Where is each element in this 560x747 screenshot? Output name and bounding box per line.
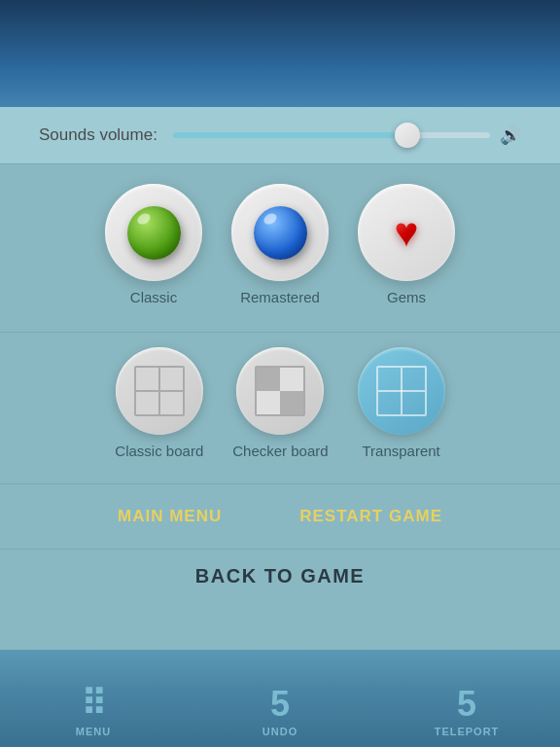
undo-count: 5 (270, 687, 290, 722)
ball-label-classic: Classic (130, 289, 177, 305)
board-label-checker: Checker board (232, 443, 328, 459)
checker-cell-3 (257, 391, 280, 414)
checker-cell-1 (257, 368, 280, 391)
ball-option-classic[interactable]: Classic (105, 184, 202, 305)
slider-container: 🔊 (173, 124, 521, 146)
green-ball (127, 206, 181, 260)
nav-label-undo: UNDO (262, 726, 298, 737)
main-menu-button[interactable]: MAIN MENU (108, 502, 231, 531)
heart-icon: ♥ (395, 209, 419, 256)
nav-label-teleport: TELEPORT (435, 726, 500, 737)
board-label-classic: Classic board (115, 443, 203, 459)
checker-cell-4 (280, 391, 303, 414)
ball-option-gems[interactable]: ♥ Gems (358, 184, 455, 305)
board-options-row: Classic board Checker board Trans (19, 347, 541, 459)
nav-item-undo[interactable]: 5 UNDO (241, 687, 319, 737)
settings-panel: Sounds volume: 🔊 Classic Remastered (0, 107, 560, 650)
red-gem: ♥ (382, 208, 431, 257)
volume-slider-track[interactable] (173, 132, 490, 138)
board-option-transparent[interactable]: Transparent (358, 347, 445, 459)
ball-style-section: Classic Remastered ♥ Gems (0, 164, 560, 333)
nav-label-menu: MENU (76, 726, 111, 737)
board-style-section: Classic board Checker board Trans (0, 333, 560, 484)
back-section: BACK TO GAME (0, 550, 560, 603)
volume-label: Sounds volume: (39, 125, 158, 145)
classic-board-icon (134, 366, 185, 416)
ball-circle-classic (105, 184, 202, 281)
transparent-board-icon (376, 366, 427, 416)
volume-slider-thumb[interactable] (395, 123, 420, 148)
ball-option-remastered[interactable]: Remastered (231, 184, 329, 305)
board-label-transparent: Transparent (362, 443, 439, 459)
board-option-classic[interactable]: Classic board (115, 347, 203, 459)
teleport-count: 5 (457, 687, 476, 722)
speaker-icon: 🔊 (500, 124, 521, 146)
board-circle-classic (116, 347, 203, 435)
volume-section: Sounds volume: 🔊 (0, 107, 560, 164)
nav-item-teleport[interactable]: 5 TELEPORT (428, 687, 506, 737)
ball-circle-gems: ♥ (358, 184, 455, 281)
main-buttons-section: MAIN MENU RESTART GAME (0, 484, 560, 550)
checker-board-icon (255, 366, 305, 416)
ball-circle-remastered (231, 184, 329, 281)
back-to-game-button[interactable]: BACK TO GAME (195, 565, 365, 587)
ball-label-gems: Gems (387, 289, 426, 305)
checker-cell-2 (280, 368, 303, 391)
board-circle-transparent (358, 347, 445, 435)
board-option-checker[interactable]: Checker board (232, 347, 328, 459)
top-background (0, 0, 560, 117)
menu-icon-dots: ⠿ (81, 687, 106, 722)
ball-label-remastered: Remastered (240, 289, 320, 305)
ball-options-row: Classic Remastered ♥ Gems (19, 184, 541, 305)
restart-game-button[interactable]: RESTART GAME (290, 502, 452, 531)
nav-item-menu[interactable]: ⠿ MENU (54, 687, 132, 737)
bottom-nav-bar: ⠿ MENU 5 UNDO 5 TELEPORT (0, 650, 560, 747)
board-circle-checker (236, 347, 324, 435)
blue-ball (254, 206, 307, 260)
